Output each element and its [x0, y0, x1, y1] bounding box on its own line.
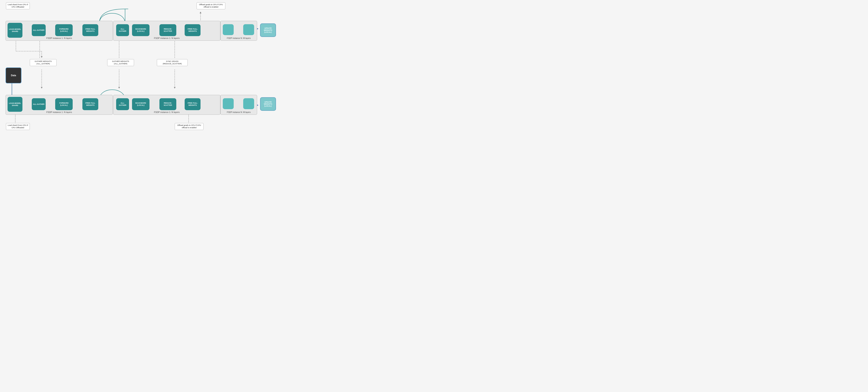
update-weights-bottom: UPDATE WEIGHTS (LOCAL)	[260, 97, 276, 111]
fsdpN-top-label: FSDP instance N: M layers	[227, 37, 251, 39]
fsdpN-box2-top	[243, 24, 254, 35]
fsdpN-box1-top	[223, 24, 234, 35]
free-full-weights-forward-top: FREE FULL WEIGHTS	[83, 24, 98, 36]
update-weights-top: UPDATE WEIGHTS (LOCAL)	[260, 24, 276, 37]
diagram-container: Load shard From CPU if CPU Offloaded Off…	[2, 2, 276, 137]
fsdp1-backward-bottom-label: FSDP instance 1: N layers	[154, 111, 180, 113]
all-gather-forward-top: ALL-GATHER	[32, 24, 46, 36]
fsdpN-box1-bottom	[223, 98, 234, 109]
reduce-scatter-top: REDUCE-SCATTER	[159, 24, 176, 36]
all-gather-backward-top: ALL-GATHER	[116, 24, 129, 36]
sync-grads-label: SYNC GRADS (REDUCE_SCATTER)	[157, 59, 188, 66]
load-model-shard-top: LOAD-MODEL SHARD	[7, 23, 23, 38]
offload-grads-top-annotation: Offload grads to CPU if CPU offload is e…	[196, 2, 225, 9]
backward-local-top: BACKWARD (LOCAL)	[132, 24, 150, 36]
load-shard-bottom-annotation: Load shard From CPU if CPU Offloaded	[6, 123, 30, 130]
all-gather-forward-bottom: ALL-GATHER	[32, 98, 46, 110]
fsdp1-forward-bottom-label: FSDP instance 1: N layers	[46, 111, 72, 113]
fsdp1-forward-top-label: FSDP instance 1: N layers	[46, 37, 72, 39]
forward-local-bottom: FORWARD (LOCAL)	[55, 98, 73, 110]
free-full-weights-backward-bottom: FREE FULL WEIGHTS	[185, 98, 200, 110]
gather-weights-1-label: GATHER WEIGHTS (ALL_GATHER)	[30, 59, 57, 66]
fsdp1-backward-top-label: FSDP instance 1: N layers	[154, 37, 180, 39]
fsdpN-box2-bottom	[243, 98, 254, 109]
load-shard-top-annotation: Load shard From CPU if CPU Offloaded	[6, 2, 30, 9]
data-box: Data	[5, 67, 22, 84]
free-full-weights-forward-bottom: FREE FULL WEIGHTS	[83, 98, 98, 110]
fsdpN-bottom-label: FSDP instance N: M layers	[227, 111, 251, 113]
load-model-shard-bottom: LOAD-MODEL SHARD	[7, 97, 23, 112]
free-full-weights-backward-top: FREE FULL WEIGHTS	[185, 24, 200, 36]
forward-local-top: FORWARD (LOCAL)	[55, 24, 73, 36]
all-gather-backward-bottom: ALL-GATHER	[116, 98, 129, 110]
backward-local-bottom: BACKWARD (LOCAL)	[132, 98, 150, 110]
reduce-scatter-bottom: REDUCE-SCATTER	[159, 98, 176, 110]
offload-grads-bottom-annotation: Offload grads to CPU if CPU offload is e…	[175, 123, 204, 130]
gather-weights-2-label: GATHER WEIGHTS (ALL_GATHER)	[107, 59, 134, 66]
